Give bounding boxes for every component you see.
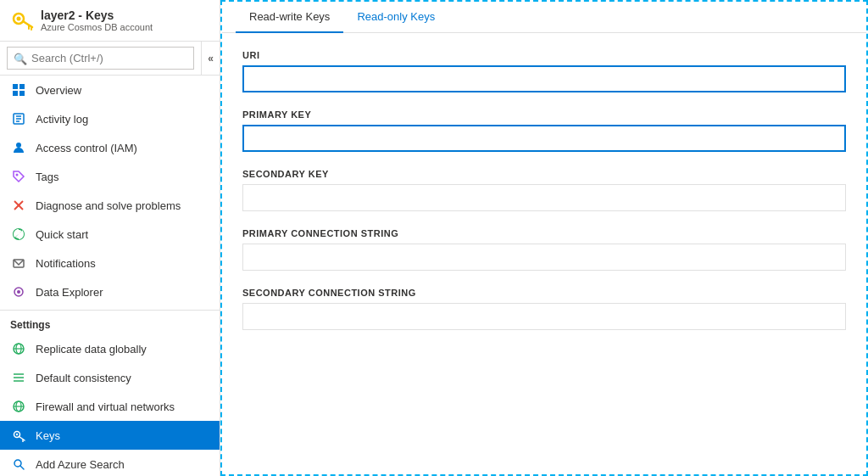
sidebar-item-overview[interactable]: Overview xyxy=(0,76,220,104)
search-input[interactable] xyxy=(7,47,194,70)
sidebar-item-activity-log[interactable]: Activity log xyxy=(0,104,220,133)
keys-content: URI PRIMARY KEY SECONDARY KEY PRIMARY CO… xyxy=(222,33,866,474)
sidebar: layer2 - Keys Azure Cosmos DB account 🔍 … xyxy=(0,0,220,476)
sidebar-label-keys: Keys xyxy=(36,429,60,442)
sidebar-item-add-azure-search[interactable]: Add Azure Search xyxy=(0,450,220,476)
sidebar-item-replicate[interactable]: Replicate data globally xyxy=(0,334,220,363)
sidebar-label-quick-start: Quick start xyxy=(36,228,88,241)
svg-point-13 xyxy=(16,143,21,148)
sidebar-item-data-explorer[interactable]: Data Explorer xyxy=(0,277,220,306)
replicate-icon xyxy=(10,340,27,357)
firewall-icon xyxy=(10,398,27,415)
field-secondary-key: SECONDARY KEY xyxy=(242,169,846,211)
add-azure-search-icon xyxy=(10,456,27,473)
sidebar-item-diagnose[interactable]: Diagnose and solve problems xyxy=(0,191,220,220)
svg-line-2 xyxy=(23,21,32,27)
primary-key-input[interactable] xyxy=(242,125,846,152)
sidebar-item-access-control[interactable]: Access control (IAM) xyxy=(0,133,220,162)
activity-log-icon xyxy=(10,110,27,127)
field-primary-key: PRIMARY KEY xyxy=(242,109,846,152)
svg-rect-8 xyxy=(19,91,25,96)
secondary-connection-label: SECONDARY CONNECTION STRING xyxy=(242,288,846,298)
diagnose-icon xyxy=(10,197,27,214)
sidebar-label-add-azure-search: Add Azure Search xyxy=(36,458,125,471)
settings-header: Settings xyxy=(0,310,220,334)
app-icon xyxy=(10,8,34,32)
svg-point-30 xyxy=(16,434,18,435)
header-text: layer2 - Keys Azure Cosmos DB account xyxy=(41,8,153,32)
sidebar-label-notifications: Notifications xyxy=(36,257,96,270)
svg-rect-6 xyxy=(19,84,25,89)
sidebar-label-firewall: Firewall and virtual networks xyxy=(36,400,175,413)
tab-read-only[interactable]: Read-only Keys xyxy=(343,2,448,33)
sidebar-item-quick-start[interactable]: Quick start xyxy=(0,220,220,249)
tab-read-write[interactable]: Read-write Keys xyxy=(236,2,343,33)
sidebar-item-default-consistency[interactable]: Default consistency xyxy=(0,363,220,392)
keys-icon xyxy=(10,427,27,444)
consistency-icon xyxy=(10,369,27,386)
svg-rect-5 xyxy=(13,84,18,89)
svg-point-19 xyxy=(17,290,20,294)
svg-line-34 xyxy=(20,466,24,469)
secondary-key-input[interactable] xyxy=(242,184,846,211)
uri-input[interactable] xyxy=(242,65,846,92)
sidebar-item-tags[interactable]: Tags xyxy=(0,162,220,191)
primary-key-label: PRIMARY KEY xyxy=(242,109,846,120)
field-primary-connection: PRIMARY CONNECTION STRING xyxy=(242,228,846,271)
svg-point-1 xyxy=(17,17,21,21)
primary-connection-input[interactable] xyxy=(242,244,846,271)
sidebar-label-data-explorer: Data Explorer xyxy=(36,286,103,299)
app-title: layer2 - Keys xyxy=(41,8,153,22)
svg-line-31 xyxy=(19,437,25,441)
notifications-icon xyxy=(10,255,27,272)
main-content: Read-write Keys Read-only Keys URI PRIMA… xyxy=(220,0,868,476)
secondary-connection-input[interactable] xyxy=(242,303,846,330)
uri-label: URI xyxy=(242,50,846,60)
search-icon: 🔍 xyxy=(14,52,27,64)
sidebar-label-replicate: Replicate data globally xyxy=(36,343,147,356)
field-uri: URI xyxy=(242,50,846,92)
app-subtitle: Azure Cosmos DB account xyxy=(41,22,153,32)
tags-icon xyxy=(10,168,27,185)
sidebar-nav: Overview Activity log Access control (IA… xyxy=(0,76,220,476)
sidebar-item-firewall[interactable]: Firewall and virtual networks xyxy=(0,392,220,421)
collapse-sidebar-button[interactable]: « xyxy=(201,42,220,75)
sidebar-item-notifications[interactable]: Notifications xyxy=(0,249,220,277)
field-secondary-connection: SECONDARY CONNECTION STRING xyxy=(242,288,846,330)
primary-connection-label: PRIMARY CONNECTION STRING xyxy=(242,228,846,238)
access-control-icon xyxy=(10,139,27,156)
sidebar-label-default-consistency: Default consistency xyxy=(36,372,131,384)
svg-point-14 xyxy=(16,174,19,176)
overview-icon xyxy=(10,81,27,98)
tabs-bar: Read-write Keys Read-only Keys xyxy=(222,2,866,33)
sidebar-label-diagnose: Diagnose and solve problems xyxy=(36,199,181,212)
quick-start-icon xyxy=(10,226,27,243)
sidebar-item-keys[interactable]: Keys xyxy=(0,421,220,450)
data-explorer-icon xyxy=(10,283,27,300)
sidebar-label-tags: Tags xyxy=(36,171,58,183)
search-container: 🔍 xyxy=(0,42,201,75)
svg-rect-7 xyxy=(13,91,18,96)
sidebar-label-access-control: Access control (IAM) xyxy=(36,142,137,154)
sidebar-header: layer2 - Keys Azure Cosmos DB account xyxy=(0,0,220,42)
sidebar-label-overview: Overview xyxy=(36,84,81,97)
secondary-key-label: SECONDARY KEY xyxy=(242,169,846,179)
sidebar-label-activity-log: Activity log xyxy=(36,113,88,126)
